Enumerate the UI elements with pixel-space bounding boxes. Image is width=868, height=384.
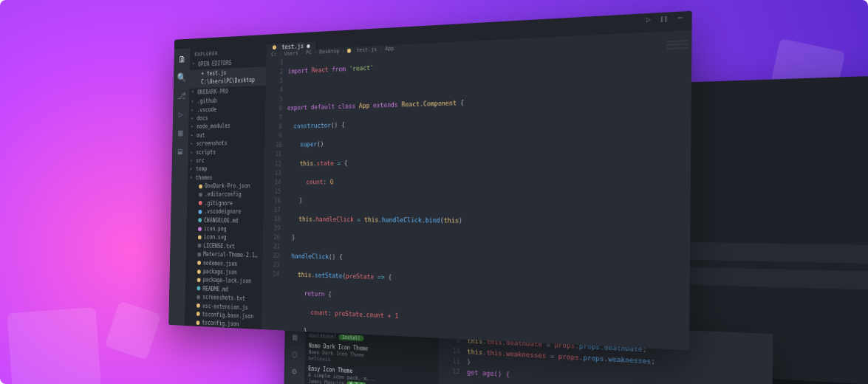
minimap[interactable] [666, 40, 688, 97]
install-pill[interactable]: Install [338, 335, 363, 341]
base-class: React.Component [401, 100, 457, 109]
extension-author: davidbabel [309, 332, 336, 340]
extensions-icon[interactable]: ▦ [292, 332, 297, 342]
files-icon[interactable]: 🗎 [178, 54, 185, 64]
extensions-icon[interactable]: ▦ [178, 127, 182, 137]
run-icon[interactable]: ▷ [644, 14, 652, 23]
crumb[interactable]: C: [271, 51, 277, 58]
bg-hexagon [7, 307, 103, 384]
dirty-indicator-icon: ● [307, 42, 310, 49]
remote-icon[interactable]: ⬓ [177, 145, 182, 156]
git-icon[interactable]: ⎇ [177, 91, 185, 101]
editor-window-main: ▷ ⫿⫿ ⋯ 🗎 🔍 ⎇ ▷ ▦ ⬓ EXPLORER OPEN EDITORS… [168, 11, 691, 351]
sidebar-folder[interactable]: src [188, 156, 264, 165]
open-editor-item[interactable]: • test.js C:\Users\PC\Desktop [189, 66, 266, 88]
class-name: App [358, 102, 369, 109]
extension-item[interactable]: Nomo Dark Icon Theme Nomo Dark Icon Them… [308, 343, 434, 368]
gear-icon[interactable]: ⚙ [292, 366, 297, 376]
bg-hexagon [104, 301, 161, 360]
count-expr: preState.count + 1 [335, 310, 398, 320]
code-token: get age() { [466, 368, 509, 378]
js-icon [272, 45, 276, 49]
sidebar-file[interactable]: .vscodeignore [186, 208, 263, 217]
promo-stage: ⫿⫿ ▦ ◯ ⚙ Nomo Dark Ico... A fork from vs… [0, 0, 868, 384]
count-init: 0 [329, 178, 333, 185]
version-pill: 0.3.1 [346, 381, 366, 384]
crumb[interactable]: PC [306, 49, 312, 55]
debug-icon[interactable]: ▷ [178, 109, 182, 120]
editor-area: test.js ● C:› Users› PC› Desktop› test.j… [261, 22, 691, 350]
account-icon[interactable]: ◯ [292, 349, 297, 359]
explorer-sidebar: EXPLORER OPEN EDITORS • test.js C:\Users… [184, 44, 266, 329]
more-icon[interactable]: ⋯ [676, 13, 684, 21]
split-layout-icon[interactable]: ⫿⫿ [660, 13, 668, 22]
extension-item[interactable]: Easy Icon Theme A simple icon pack, m...… [307, 366, 434, 384]
sidebar-folder[interactable]: themes [187, 174, 264, 182]
code-token: this.weaknesses [486, 348, 546, 359]
extension-author: be5invis [308, 355, 330, 363]
sidebar-folder[interactable]: temp [188, 165, 264, 174]
sidebar-file[interactable]: .gitignore [187, 199, 264, 208]
js-icon [347, 48, 351, 52]
code-editor[interactable]: 123456789101112131415161718192021222324 … [258, 38, 691, 351]
sidebar-file[interactable]: OneDark-Pro.json [187, 182, 264, 191]
search-icon[interactable]: 🔍 [177, 72, 186, 83]
sidebar-file[interactable]: .editorconfig [187, 191, 264, 200]
sidebar-file-label: OneDark-Pro.json [205, 183, 250, 190]
code-lines[interactable]: import React from 'react' export default… [279, 39, 691, 351]
